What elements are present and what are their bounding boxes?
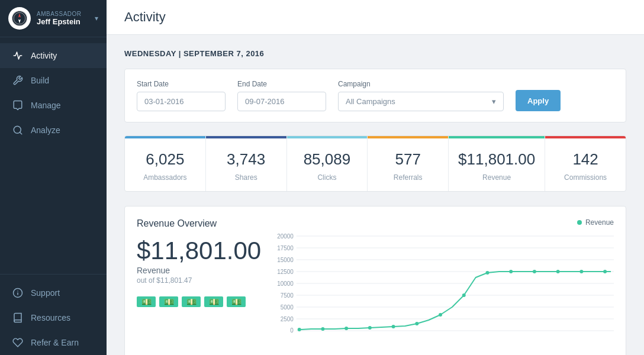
end-date-input[interactable] <box>237 92 326 111</box>
main-content: Activity WEDNESDAY | SEPTEMBER 7, 2016 S… <box>107 0 644 355</box>
sidebar-item-refer-earn-label: Refer & Earn <box>31 338 79 347</box>
svg-point-27 <box>368 326 372 330</box>
sidebar-item-build-label: Build <box>31 76 49 85</box>
start-date-group: Start Date <box>137 80 226 111</box>
svg-point-29 <box>415 322 418 325</box>
money-icons: 💵 💵 💵 💵 💵 <box>137 296 267 307</box>
stat-label-clicks: Clicks <box>297 173 358 182</box>
sidebar-item-resources[interactable]: Resources <box>0 305 107 330</box>
stat-value-commissions: 142 <box>555 150 616 169</box>
apply-button[interactable]: Apply <box>516 90 561 111</box>
svg-point-26 <box>344 327 348 330</box>
sidebar-item-analyze[interactable]: Analyze <box>0 118 107 143</box>
svg-point-35 <box>556 270 560 273</box>
sidebar-item-activity-label: Activity <box>31 51 57 60</box>
stat-value-clicks: 85,089 <box>297 150 358 169</box>
manage-icon <box>12 100 24 111</box>
revenue-left: Revenue Overview $11,801.00 Revenue out … <box>137 218 267 348</box>
end-date-label: End Date <box>237 80 326 88</box>
chart-container: 20000 17500 15000 12500 10000 7500 5000 … <box>273 230 614 348</box>
start-date-input[interactable] <box>137 92 226 111</box>
stat-label-revenue: Revenue <box>458 173 535 182</box>
sidebar-item-resources-label: Resources <box>31 313 70 322</box>
stat-value-referrals: 577 <box>377 150 439 169</box>
stat-value-ambassadors: 6,025 <box>134 150 196 169</box>
svg-point-37 <box>603 270 607 273</box>
stat-card-referrals: 577 Referrals <box>368 136 449 191</box>
chevron-down-icon: ▾ <box>95 14 98 22</box>
svg-point-31 <box>462 293 466 297</box>
stat-label-shares: Shares <box>215 173 277 182</box>
revenue-chart: 20000 17500 15000 12500 10000 7500 5000 … <box>273 230 614 337</box>
refer-earn-icon <box>12 337 24 348</box>
svg-point-30 <box>439 313 442 317</box>
money-icon-3: 💵 <box>182 296 201 307</box>
svg-point-33 <box>509 270 513 273</box>
svg-text:5000: 5000 <box>281 304 294 311</box>
revenue-out-of: out of $11,801.47 <box>137 276 267 285</box>
campaign-select-value: All Campaigns <box>346 97 395 106</box>
svg-text:12500: 12500 <box>277 269 294 275</box>
svg-point-0 <box>12 11 27 25</box>
end-date-group: End Date <box>237 80 326 111</box>
svg-point-25 <box>321 327 324 331</box>
sidebar-bottom: Support Resources Refer & Earn <box>0 274 107 355</box>
stat-value-shares: 3,743 <box>215 150 277 169</box>
svg-text:20000: 20000 <box>277 233 294 240</box>
svg-text:15000: 15000 <box>277 257 294 263</box>
campaign-label: Campaign <box>338 80 504 88</box>
legend-label-revenue: Revenue <box>585 218 614 227</box>
stats-row: 6,025 Ambassadors 3,743 Shares 85,089 Cl… <box>124 135 626 192</box>
content-area: WEDNESDAY | SEPTEMBER 7, 2016 Start Date… <box>107 35 644 355</box>
sidebar-item-refer-earn[interactable]: Refer & Earn <box>0 330 107 355</box>
stat-label-referrals: Referrals <box>377 173 439 182</box>
stat-card-ambassadors: 6,025 Ambassadors <box>125 136 206 191</box>
sidebar-item-activity[interactable]: Activity <box>0 43 107 68</box>
svg-text:0: 0 <box>290 327 294 334</box>
activity-icon <box>12 50 24 61</box>
svg-text:2500: 2500 <box>281 316 294 322</box>
page-header: Activity <box>107 0 644 35</box>
revenue-subtitle: Revenue <box>137 266 267 275</box>
svg-point-34 <box>533 270 536 273</box>
main-nav: Activity Build Manage Analyze <box>0 37 107 274</box>
campaign-select[interactable]: All Campaigns ▾ <box>338 92 504 111</box>
stat-label-commissions: Commissions <box>555 173 616 182</box>
page-title: Activity <box>124 9 626 25</box>
sidebar-item-manage[interactable]: Manage <box>0 93 107 118</box>
svg-point-24 <box>298 328 301 331</box>
stat-bar-commissions <box>545 136 626 138</box>
stat-card-commissions: 142 Commissions <box>545 136 626 191</box>
revenue-section: Revenue Overview $11,801.00 Revenue out … <box>124 206 626 355</box>
user-name: Jeff Epstein <box>37 17 92 26</box>
sidebar-item-support-label: Support <box>31 288 60 298</box>
user-info: Ambassador Jeff Epstein <box>37 11 92 26</box>
money-icon-2: 💵 <box>159 296 178 307</box>
svg-point-36 <box>579 270 583 273</box>
money-icon-1: 💵 <box>137 296 156 307</box>
svg-text:10000: 10000 <box>277 280 294 287</box>
stat-bar-clicks <box>287 136 368 138</box>
sidebar-item-support[interactable]: Support <box>0 280 107 305</box>
campaign-group: Campaign All Campaigns ▾ <box>338 80 504 111</box>
sidebar-item-analyze-label: Analyze <box>31 125 60 135</box>
stat-value-revenue: $11,801.00 <box>458 150 535 169</box>
filter-bar: Start Date End Date Campaign All Campaig… <box>124 69 626 122</box>
stat-bar-shares <box>206 136 286 138</box>
svg-point-32 <box>486 271 490 275</box>
avatar <box>8 7 31 30</box>
sidebar-header[interactable]: Ambassador Jeff Epstein ▾ <box>0 0 107 37</box>
chart-legend: Revenue <box>273 218 614 227</box>
money-icon-4: 💵 <box>204 296 223 307</box>
stat-card-clicks: 85,089 Clicks <box>287 136 368 191</box>
stat-label-ambassadors: Ambassadors <box>134 173 196 182</box>
sidebar-item-manage-label: Manage <box>31 101 61 110</box>
svg-text:17500: 17500 <box>277 245 294 251</box>
sidebar: Ambassador Jeff Epstein ▾ Activity Build… <box>0 0 107 355</box>
sidebar-item-build[interactable]: Build <box>0 68 107 93</box>
campaign-chevron-icon: ▾ <box>492 97 496 106</box>
revenue-right: Revenue 20000 <box>267 218 614 348</box>
money-icon-5: 💵 <box>227 296 246 307</box>
start-date-label: Start Date <box>137 80 226 88</box>
legend-dot-revenue <box>577 220 582 225</box>
